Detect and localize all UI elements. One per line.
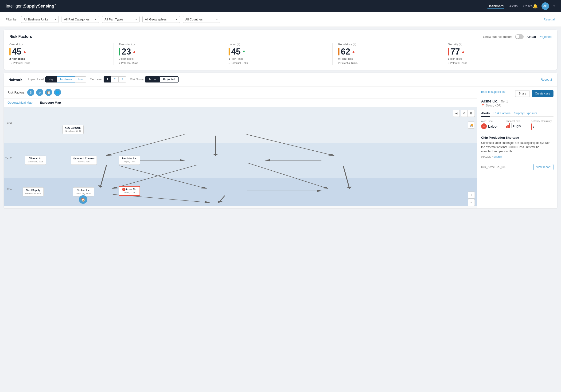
rf-icon-regulatory[interactable]: 📋: [45, 89, 52, 96]
tier-3-btn[interactable]: 3: [119, 76, 126, 83]
node-techno[interactable]: Techno Inc. Hamburg, GER: [73, 187, 94, 196]
security-risks: 1 High Risks 3 Potential Risks: [448, 57, 546, 65]
map-arrow-left-btn[interactable]: ◀: [453, 110, 460, 117]
tier-2-btn[interactable]: 2: [111, 76, 119, 83]
financial-info-icon[interactable]: i: [131, 43, 135, 46]
node-abc-dot-corp[interactable]: ABC Dot Corp. Nanchang, CHN: [63, 125, 84, 134]
panel-tab-supply-exposure[interactable]: Supply Exposure: [514, 110, 537, 116]
node-tricore[interactable]: Tricore Ltd. Stockholm, SWE: [25, 156, 46, 165]
overall-value: 45: [12, 47, 21, 56]
zoom-in-btn[interactable]: +: [468, 192, 475, 199]
network-title: Network: [9, 77, 22, 82]
overall-info-icon[interactable]: i: [19, 43, 22, 46]
nav-dashboard[interactable]: Dashboard: [487, 3, 504, 9]
map-target-btn[interactable]: ⊙: [461, 110, 468, 117]
risk-score-actual-btn[interactable]: Actual: [145, 76, 160, 83]
rf-icon-labor[interactable]: ☺: [36, 89, 43, 96]
security-value: 77: [450, 47, 460, 56]
alert-date: 03/02/22 • Source: [481, 155, 553, 158]
bell-icon[interactable]: 🔔: [533, 3, 538, 9]
risk-factors-row-label: Risk Factors: [8, 91, 24, 94]
risk-factors-header-right: Show sub-risk factors Actual Projected: [483, 34, 552, 39]
actual-link[interactable]: Actual: [527, 35, 536, 39]
panel-tab-alerts[interactable]: Alerts: [481, 110, 490, 117]
zoom-out-btn[interactable]: −: [468, 199, 475, 206]
home-node[interactable]: 🏠: [79, 195, 87, 204]
node-acme-co[interactable]: ☺ Acme Co. Seoul, KOR: [119, 186, 140, 196]
panel-tabs: Alerts Risk Factors Supply Exposure: [481, 110, 553, 117]
metric-regulatory-title: Regulatory i: [338, 43, 436, 46]
icr-label: ICR_Acme Co._006: [481, 165, 506, 169]
node-precision[interactable]: Precision Inc. Taipei, TWN: [119, 156, 140, 165]
back-to-supplier-link[interactable]: Back to supplier list: [481, 90, 505, 94]
supplier-location: 📍 Seoul, KOR: [481, 104, 553, 107]
impact-low-btn[interactable]: Low: [75, 76, 86, 83]
projected-link[interactable]: Projected: [539, 35, 552, 39]
logo: IntelligentSupplySensing™: [6, 4, 487, 9]
nav-alerts[interactable]: Alerts: [509, 3, 518, 9]
impact-level-label: Impact Level: [28, 78, 44, 81]
network-centrality-label: Network Centrality: [531, 120, 553, 122]
supplier-actions: Share Create case: [515, 90, 553, 97]
sub-risk-toggle[interactable]: [515, 34, 524, 39]
metric-labor-title: Labor i: [229, 43, 327, 46]
logo-bold: SupplySensing: [24, 4, 54, 9]
geographical-map-tab[interactable]: Geographical Map: [4, 98, 36, 107]
panel-tab-risk-factors[interactable]: Risk Factors: [494, 110, 510, 116]
alert-type-value: ☺ Labor: [481, 123, 504, 129]
impact-btn-group: High Moderate Low: [45, 76, 86, 83]
geographies-select[interactable]: All Geographies: [142, 16, 180, 23]
exposure-map-tab[interactable]: Exposure Map: [36, 98, 65, 107]
map-table-btn[interactable]: ⊞: [468, 110, 475, 117]
filter-bar: Filter by: All Business Units All Part C…: [0, 12, 561, 27]
avatar[interactable]: AB: [541, 2, 549, 10]
impact-high-btn[interactable]: High: [45, 76, 57, 83]
share-button[interactable]: Share: [515, 90, 530, 97]
impact-bar-4: [511, 123, 512, 128]
create-case-button[interactable]: Create case: [532, 90, 553, 97]
impact-level-col: Impact Level High: [506, 120, 529, 130]
risk-score-projected-btn[interactable]: Projected: [160, 76, 179, 83]
risk-factors-section: Risk Factors Show sub-risk factors Actua…: [4, 30, 557, 70]
labor-alert-icon: ☺: [481, 123, 487, 129]
metric-labor-value-row: 45 ▼: [229, 47, 327, 56]
labor-bar: [229, 48, 230, 55]
network-reset-link[interactable]: Reset all: [540, 78, 552, 81]
nav: Dashboard Alerts Cases: [487, 3, 533, 9]
avatar-chevron[interactable]: ▼: [553, 5, 555, 8]
view-report-button[interactable]: View report: [533, 164, 553, 170]
part-categories-select[interactable]: All Part Categories: [62, 16, 99, 23]
tier-1-btn[interactable]: 1: [104, 76, 111, 83]
impact-bar-2: [507, 125, 509, 128]
filter-label: Filter by:: [6, 18, 17, 21]
centrality-bar: [531, 123, 532, 130]
impact-moderate-btn[interactable]: Moderate: [57, 76, 75, 83]
financial-value: 23: [122, 47, 131, 56]
part-types-wrapper: All Part Types: [102, 16, 140, 23]
risk-factors-title: Risk Factors: [9, 34, 32, 39]
network-body: Risk Factors $ ☺ 📋 🌐 Geographical Map Ex…: [4, 87, 557, 208]
security-info-icon[interactable]: i: [459, 43, 462, 46]
map-truck-btn[interactable]: 🚚: [468, 121, 475, 129]
metric-regulatory: Regulatory i 62 ▲ 0 High Risks 2 Potenti…: [338, 43, 442, 65]
regulatory-info-icon[interactable]: i: [353, 43, 356, 46]
supplier-panel: Back to supplier list Share Create case …: [477, 87, 557, 208]
financial-bar: [119, 48, 120, 55]
labor-info-icon[interactable]: i: [237, 43, 240, 46]
countries-select[interactable]: All Countries: [183, 16, 220, 23]
regulatory-value: 62: [341, 47, 350, 56]
part-types-select[interactable]: All Part Types: [102, 16, 140, 23]
icr-row: ICR_Acme Co._006 View report: [481, 161, 553, 170]
node-steel-supply[interactable]: Steel Supply Mexico City, MEX: [22, 187, 44, 196]
overall-risks: 2 High Risks 12 Potential Risks: [9, 57, 108, 65]
nav-cases[interactable]: Cases: [523, 3, 533, 9]
alert-type-text: Labor: [488, 124, 498, 128]
rf-icon-dollar[interactable]: $: [27, 89, 34, 96]
metric-security: Security i 77 ▲ 1 High Risks 3 Potential…: [448, 43, 552, 65]
risk-factors-row: Risk Factors $ ☺ 📋 🌐: [4, 87, 477, 98]
source-link[interactable]: Source: [494, 155, 502, 158]
rf-icon-security[interactable]: 🌐: [54, 89, 61, 96]
node-hydratech[interactable]: Hydratech Controls Tel Aviv, ISR: [71, 156, 97, 165]
business-units-select[interactable]: All Business Units: [21, 16, 59, 23]
reset-all-link[interactable]: Reset all: [543, 18, 555, 21]
